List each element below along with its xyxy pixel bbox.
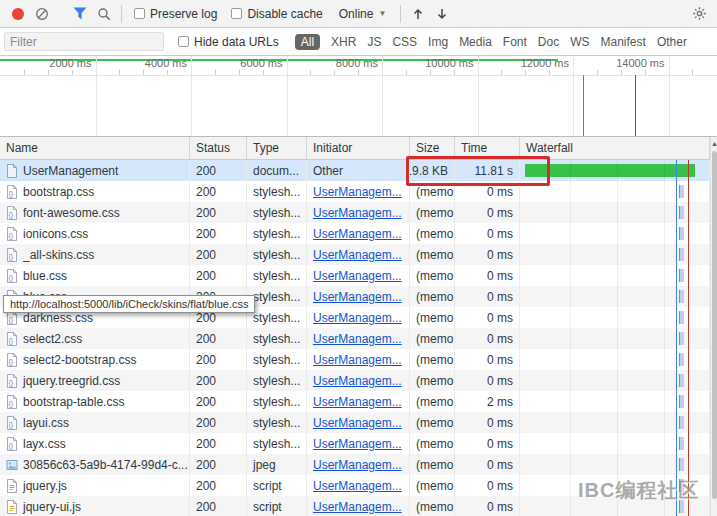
- initiator-link[interactable]: UserManagem...: [313, 416, 402, 430]
- column-header-status[interactable]: Status: [190, 137, 247, 159]
- time-cell: 0 ms: [455, 181, 520, 202]
- waterfall-tick: [679, 206, 684, 219]
- size-cell: (memo...: [410, 223, 455, 244]
- table-row[interactable]: {}ionicons.css200stylesh...UserManagem..…: [0, 223, 710, 244]
- scrollbar-up-arrow-icon[interactable]: ▲: [711, 137, 717, 150]
- scrollbar-thumb[interactable]: [712, 151, 717, 499]
- column-header-waterfall[interactable]: Waterfall: [520, 137, 710, 159]
- initiator-link[interactable]: UserManagem...: [313, 311, 402, 325]
- throttling-value: Online: [339, 7, 374, 21]
- column-header-initiator[interactable]: Initiator: [307, 137, 410, 159]
- timeline-overview[interactable]: 2000 ms4000 ms6000 ms8000 ms10000 ms1200…: [0, 56, 717, 137]
- column-header-name[interactable]: Name: [0, 137, 190, 159]
- stylesheet-icon: {}: [6, 248, 18, 262]
- hide-data-urls-checkbox[interactable]: Hide data URLs: [178, 35, 279, 49]
- preserve-log-checkbox[interactable]: Preserve log: [134, 7, 217, 21]
- table-row[interactable]: {}select2.css200stylesh...UserManagem...…: [0, 328, 710, 349]
- record-button[interactable]: [6, 2, 30, 26]
- preserve-log-label: Preserve log: [150, 7, 217, 21]
- filter-input[interactable]: [4, 32, 164, 51]
- initiator-link[interactable]: UserManagem...: [313, 374, 402, 388]
- timeline-minor-tick: [430, 70, 431, 75]
- column-header-size[interactable]: Size: [410, 137, 455, 159]
- time-cell: 0 ms: [455, 454, 520, 475]
- timeline-minor-tick: [72, 70, 73, 75]
- initiator-link[interactable]: UserManagem...: [313, 353, 402, 367]
- type-filter-img[interactable]: Img: [428, 35, 448, 49]
- table-row[interactable]: {}font-awesome.css200stylesh...UserManag…: [0, 202, 710, 223]
- table-row[interactable]: 30856c63-5a9b-4174-99d4-c...200jpegUserM…: [0, 454, 710, 475]
- type-filter-js[interactable]: JS: [367, 35, 381, 49]
- search-button[interactable]: [92, 2, 116, 26]
- filter-toggle-button[interactable]: [68, 2, 92, 26]
- table-row[interactable]: {}layui.css200stylesh...UserManagem...(m…: [0, 412, 710, 433]
- table-row[interactable]: jquery-ui.js200scriptUserManagem...(memo…: [0, 496, 710, 516]
- initiator-link[interactable]: UserManagem...: [313, 458, 402, 472]
- type-filter-media[interactable]: Media: [459, 35, 492, 49]
- type-filter-other[interactable]: Other: [657, 35, 687, 49]
- throttling-dropdown[interactable]: Online ▼: [339, 7, 387, 21]
- column-header-time[interactable]: Time: [455, 137, 520, 159]
- time-cell: 0 ms: [455, 223, 520, 244]
- checkbox-icon: [178, 36, 189, 47]
- initiator-link[interactable]: UserManagem...: [313, 227, 402, 241]
- timeline-gridline: [287, 56, 288, 136]
- initiator-link[interactable]: UserManagem...: [313, 437, 402, 451]
- timeline-minor-tick: [501, 70, 502, 75]
- initiator-link[interactable]: UserManagem...: [313, 248, 402, 262]
- initiator-link[interactable]: UserManagem...: [313, 290, 402, 304]
- table-row[interactable]: {}select2-bootstrap.css200stylesh...User…: [0, 349, 710, 370]
- type-cell: stylesh...: [247, 202, 307, 223]
- request-name: jquery.treegrid.css: [23, 374, 120, 388]
- table-row[interactable]: {}_all-skins.css200stylesh...UserManagem…: [0, 244, 710, 265]
- timeline-minor-tick: [358, 70, 359, 75]
- type-filter-all[interactable]: All: [295, 34, 320, 50]
- table-row[interactable]: jquery.js200scriptUserManagem...(memo...…: [0, 475, 710, 496]
- disable-cache-checkbox[interactable]: Disable cache: [231, 7, 322, 21]
- request-name: blue.css: [23, 269, 67, 283]
- type-filter-doc[interactable]: Doc: [538, 35, 559, 49]
- type-cell: stylesh...: [247, 370, 307, 391]
- size-cell: (memo...: [410, 328, 455, 349]
- type-cell: jpeg: [247, 454, 307, 475]
- column-header-type[interactable]: Type: [247, 137, 307, 159]
- settings-button[interactable]: [687, 2, 711, 26]
- gear-icon: [692, 6, 707, 21]
- waterfall-tick: [679, 479, 684, 492]
- toolbar-separator: [400, 5, 401, 23]
- svg-text:{}: {}: [9, 441, 14, 449]
- export-har-button[interactable]: [406, 2, 430, 26]
- status-cell: 200: [190, 223, 247, 244]
- type-filter-xhr[interactable]: XHR: [331, 35, 356, 49]
- initiator-link[interactable]: UserManagem...: [313, 269, 402, 283]
- table-row[interactable]: {}bootstrap.css200stylesh...UserManagem.…: [0, 181, 710, 202]
- type-filter-css[interactable]: CSS: [392, 35, 417, 49]
- initiator-link[interactable]: UserManagem...: [313, 500, 402, 514]
- table-row[interactable]: {}blue.css200stylesh...UserManagem...(me…: [0, 265, 710, 286]
- size-cell: (memo...: [410, 349, 455, 370]
- stylesheet-icon: {}: [6, 332, 18, 346]
- waterfall-cell: [520, 265, 710, 286]
- stylesheet-icon: {}: [6, 395, 18, 409]
- initiator-link[interactable]: UserManagem...: [313, 332, 402, 346]
- timeline-minor-tick: [406, 70, 407, 75]
- table-row[interactable]: UserManagement200docum...Other19.8 KB11.…: [0, 160, 710, 181]
- clear-button[interactable]: [30, 2, 54, 26]
- table-row[interactable]: {}jquery.treegrid.css200stylesh...UserMa…: [0, 370, 710, 391]
- type-filter-font[interactable]: Font: [503, 35, 527, 49]
- table-row[interactable]: {}layx.css200stylesh...UserManagem...(me…: [0, 433, 710, 454]
- type-filter-ws[interactable]: WS: [570, 35, 589, 49]
- initiator-link[interactable]: UserManagem...: [313, 206, 402, 220]
- size-cell: (memo...: [410, 286, 455, 307]
- table-row[interactable]: {}bootstrap-table.css200stylesh...UserMa…: [0, 391, 710, 412]
- type-cell: stylesh...: [247, 349, 307, 370]
- waterfall-cell: [520, 160, 710, 181]
- waterfall-tick: [679, 353, 684, 366]
- import-har-button[interactable]: [430, 2, 454, 26]
- status-cell: 200: [190, 412, 247, 433]
- type-filter-manifest[interactable]: Manifest: [601, 35, 646, 49]
- initiator-link[interactable]: UserManagem...: [313, 185, 402, 199]
- vertical-scrollbar[interactable]: ▲: [710, 137, 717, 516]
- initiator-link[interactable]: UserManagem...: [313, 479, 402, 493]
- initiator-link[interactable]: UserManagem...: [313, 395, 402, 409]
